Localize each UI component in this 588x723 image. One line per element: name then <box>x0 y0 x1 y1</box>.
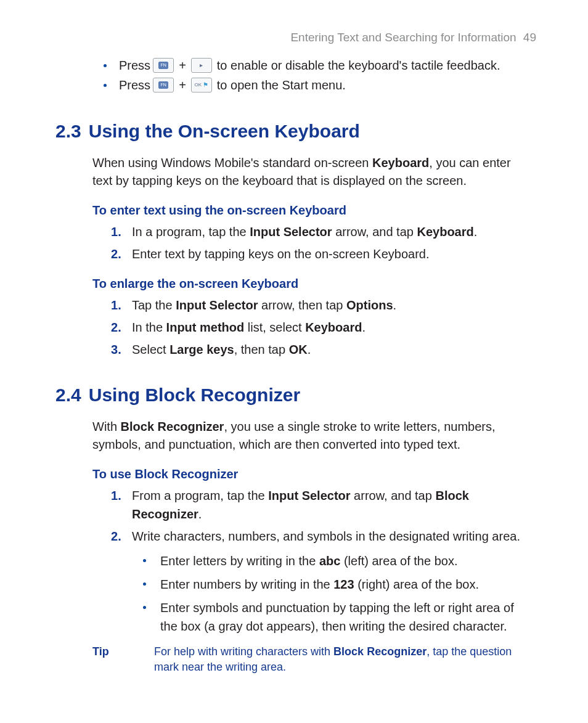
fn-key-icon: FN <box>153 78 174 92</box>
tip-label: Tip <box>92 644 154 675</box>
list-item: Tap the Input Selector arrow, then tap O… <box>111 296 533 314</box>
page: Entering Text and Searching for Informat… <box>0 0 588 723</box>
bullet-icon <box>104 64 107 67</box>
list-item: From a program, tap the Input Selector a… <box>111 486 533 523</box>
paragraph: When using Windows Mobile's standard on-… <box>92 154 533 190</box>
list-item: Enter text by tapping keys on the on-scr… <box>111 245 533 263</box>
sub-bullet-list: Enter letters by writing in the abc (lef… <box>143 552 533 635</box>
ordered-list: From a program, tap the Input Selector a… <box>111 486 533 635</box>
page-number: 49 <box>523 31 536 44</box>
list-item: Enter symbols and punctuation by tapping… <box>143 598 533 635</box>
section-heading-2-4: 2.4Using Block Recognizer <box>55 385 533 406</box>
list-item: In the Input method list, select Keyboar… <box>111 318 533 337</box>
text: Press <box>119 75 150 95</box>
tip-text: For help with writing characters with Bl… <box>154 644 533 675</box>
text: + <box>179 75 186 95</box>
ordered-list: In a program, tap the Input Selector arr… <box>111 223 533 263</box>
section-title: Using Block Recognizer <box>89 385 300 405</box>
ordered-list: Tap the Input Selector arrow, then tap O… <box>111 296 533 359</box>
text: + <box>179 55 186 75</box>
running-header: Entering Text and Searching for Informat… <box>55 31 536 44</box>
text: Press <box>119 55 150 75</box>
list-item: Press FN + OK⚑ to open the Start menu. <box>104 75 533 95</box>
fn-key-icon: FN <box>153 58 174 73</box>
list-item: Write characters, numbers, and symbols i… <box>111 527 533 635</box>
text: to open the Start menu. <box>217 75 346 95</box>
list-item: In a program, tap the Input Selector arr… <box>111 223 533 241</box>
paragraph: With Block Recognizer, you use a single … <box>92 418 533 454</box>
space-key-icon: ▸ <box>191 58 212 73</box>
section-title: Using the On-screen Keyboard <box>89 121 360 141</box>
ok-key-icon: OK⚑ <box>191 78 212 92</box>
list-item: Enter letters by writing in the abc (lef… <box>143 552 533 570</box>
list-item: Enter numbers by writing in the 123 (rig… <box>143 575 533 594</box>
section-number: 2.4 <box>55 385 81 405</box>
sub-heading: To use Block Recognizer <box>92 467 533 481</box>
tip-note: Tip For help with writing characters wit… <box>92 644 533 675</box>
text: to enable or disable the keyboard's tact… <box>217 55 500 75</box>
sub-heading: To enlarge the on-screen Keyboard <box>92 277 533 291</box>
list-item: Select Large keys, then tap OK. <box>111 340 533 359</box>
bullet-icon <box>104 84 107 87</box>
top-bullet-list: Press FN + ▸ to enable or disable the ke… <box>104 55 533 95</box>
section-heading-2-3: 2.3Using the On-screen Keyboard <box>55 121 533 142</box>
sub-heading: To enter text using the on-screen Keyboa… <box>92 203 533 218</box>
section-number: 2.3 <box>55 121 81 141</box>
list-item: Press FN + ▸ to enable or disable the ke… <box>104 55 533 75</box>
header-title: Entering Text and Searching for Informat… <box>290 31 516 44</box>
